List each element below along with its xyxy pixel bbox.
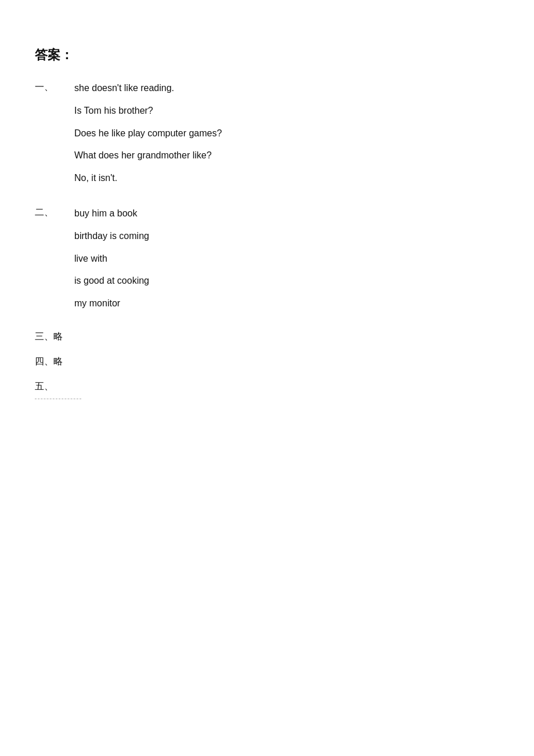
section-two-answers: buy him a book birthday is coming live w… xyxy=(74,205,149,318)
section-three-label: 三、略 xyxy=(35,330,63,341)
answer-line: What does her grandmother like? xyxy=(74,147,222,164)
answer-line: Does he like play computer games? xyxy=(74,125,222,142)
section-two: 二、 buy him a book birthday is coming liv… xyxy=(35,205,499,318)
section-one: 一、 she doesn't like reading. Is Tom his … xyxy=(35,80,499,193)
section-four: 四、略 xyxy=(35,356,499,368)
answer-line: is good at cooking xyxy=(74,273,149,290)
answer-line: my monitor xyxy=(74,295,149,312)
answer-line: she doesn't like reading. xyxy=(74,80,222,97)
section-one-label: 一、 xyxy=(35,80,70,93)
section-four-label: 四、略 xyxy=(35,355,63,366)
section-two-label: 二、 xyxy=(35,205,70,219)
answer-line: live with xyxy=(74,251,149,267)
answer-line: Is Tom his brother? xyxy=(74,103,222,120)
page-title: 答案： xyxy=(35,46,499,64)
answer-line: No, it isn't. xyxy=(74,170,222,187)
section-three: 三、略 xyxy=(35,331,499,343)
answer-line: buy him a book xyxy=(74,205,149,222)
answer-line: birthday is coming xyxy=(74,228,149,245)
section-one-answers: she doesn't like reading. Is Tom his bro… xyxy=(74,80,222,193)
section-five: 五、 xyxy=(35,381,499,399)
dotted-line xyxy=(35,399,81,399)
section-five-label: 五、 xyxy=(35,380,53,391)
